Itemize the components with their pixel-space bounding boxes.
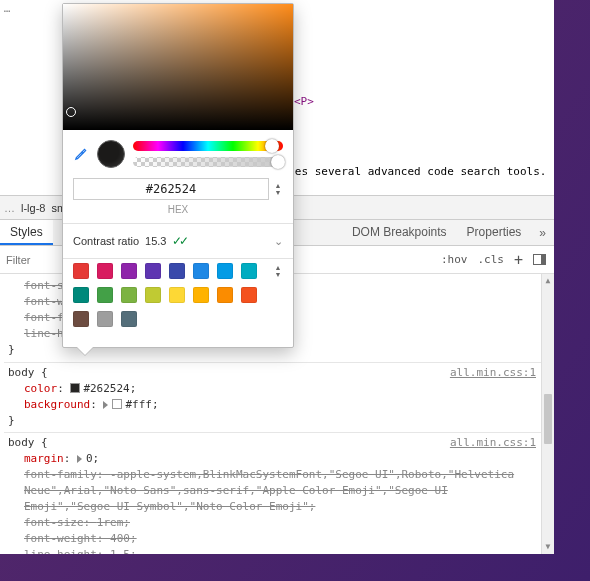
css-prop[interactable]: font-size: 1rem; <box>8 515 550 531</box>
scrollbar[interactable]: ▲ ▼ <box>541 274 554 554</box>
palette-swatch[interactable] <box>145 263 161 279</box>
palette-row <box>73 287 283 303</box>
tab-styles[interactable]: Styles <box>0 220 53 245</box>
color-swatch-icon[interactable] <box>70 383 80 393</box>
color-swatch-icon[interactable] <box>112 399 122 409</box>
tab-properties[interactable]: Properties <box>457 220 532 245</box>
palette-swatch[interactable] <box>73 263 89 279</box>
color-format-label: HEX <box>63 202 293 223</box>
eyedropper-icon[interactable] <box>73 146 89 162</box>
current-color-swatch[interactable] <box>97 140 125 168</box>
palette-swatch[interactable] <box>73 311 89 327</box>
css-rule: all.min.css:1 body { color: #262524; bac… <box>4 362 554 433</box>
contrast-score: 15.3 <box>145 235 166 247</box>
contrast-row[interactable]: Contrast ratio 15.3 ✓✓ ⌄ <box>63 224 293 258</box>
palette-switch-icon[interactable]: ▲▼ <box>273 264 283 278</box>
scroll-down-icon[interactable]: ▼ <box>542 540 554 554</box>
source-link[interactable]: all.min.css:1 <box>450 365 536 381</box>
css-prop[interactable]: font-family: -apple-system,BlinkMacSyste… <box>8 467 550 515</box>
palette-swatch[interactable] <box>97 263 113 279</box>
palette-swatch[interactable] <box>241 287 257 303</box>
rule-close: } <box>8 413 550 429</box>
cls-button[interactable]: .cls <box>477 253 504 266</box>
palette-swatch[interactable] <box>241 263 257 279</box>
expand-icon[interactable] <box>103 401 108 409</box>
css-prop[interactable]: background: #fff; <box>8 397 550 413</box>
palette-swatch[interactable] <box>73 287 89 303</box>
css-prop[interactable]: color: #262524; <box>8 381 550 397</box>
hue-slider[interactable] <box>133 141 283 151</box>
scroll-thumb[interactable] <box>544 394 552 444</box>
palette-swatch[interactable] <box>217 263 233 279</box>
css-prop[interactable]: margin: 0; <box>8 451 550 467</box>
palette-swatch[interactable] <box>97 287 113 303</box>
contrast-pass-icon: ✓✓ <box>172 234 186 248</box>
dom-p-open[interactable]: <P> <box>294 95 314 108</box>
css-rule: all.min.css:1 body { margin: 0; font-fam… <box>4 432 554 554</box>
palette-swatch[interactable] <box>193 287 209 303</box>
breadcrumb-overflow-left[interactable]: … <box>4 202 15 214</box>
palette-swatch[interactable] <box>169 287 185 303</box>
chevron-down-icon[interactable]: ⌄ <box>274 235 283 248</box>
alpha-slider[interactable] <box>133 157 283 167</box>
source-link[interactable]: all.min.css:1 <box>450 435 536 451</box>
expand-icon[interactable] <box>77 455 82 463</box>
palette-swatch[interactable] <box>121 311 137 327</box>
palette-swatch[interactable] <box>169 263 185 279</box>
contrast-label: Contrast ratio <box>73 235 139 247</box>
sidebar-toggle-icon[interactable] <box>533 254 546 265</box>
palette-swatch[interactable] <box>145 287 161 303</box>
color-picker-popover: ▲▼ HEX Contrast ratio 15.3 ✓✓ ⌄ ▲▼ <box>62 3 294 348</box>
palette-swatch[interactable] <box>121 263 137 279</box>
palette-swatch[interactable] <box>193 263 209 279</box>
alpha-thumb[interactable] <box>271 155 285 169</box>
hex-input[interactable] <box>73 178 269 200</box>
palette-swatch[interactable] <box>217 287 233 303</box>
palette-swatch[interactable] <box>121 287 137 303</box>
palette-row <box>73 311 283 327</box>
gutter-ellipsis: … <box>0 2 14 15</box>
format-switch-icon[interactable]: ▲▼ <box>273 182 283 196</box>
palette: ▲▼ <box>63 259 293 347</box>
new-rule-button[interactable]: + <box>514 255 523 265</box>
devtools-window: … ▸<P>…</P> == $0 <P> Today's post intro… <box>0 0 554 554</box>
breadcrumb-item[interactable]: l-lg-8 <box>21 202 45 214</box>
palette-row: ▲▼ <box>73 263 283 279</box>
tabs-overflow-icon[interactable]: » <box>531 220 554 245</box>
scroll-up-icon[interactable]: ▲ <box>542 274 554 288</box>
sv-cursor[interactable] <box>66 107 76 117</box>
palette-swatch[interactable] <box>97 311 113 327</box>
css-prop[interactable]: font-weight: 400; <box>8 531 550 547</box>
tab-dom-breakpoints[interactable]: DOM Breakpoints <box>342 220 457 245</box>
hov-button[interactable]: :hov <box>441 253 468 266</box>
css-prop[interactable]: line-height: 1.5; <box>8 547 550 554</box>
hue-thumb[interactable] <box>265 139 279 153</box>
saturation-value-area[interactable] <box>63 4 293 130</box>
